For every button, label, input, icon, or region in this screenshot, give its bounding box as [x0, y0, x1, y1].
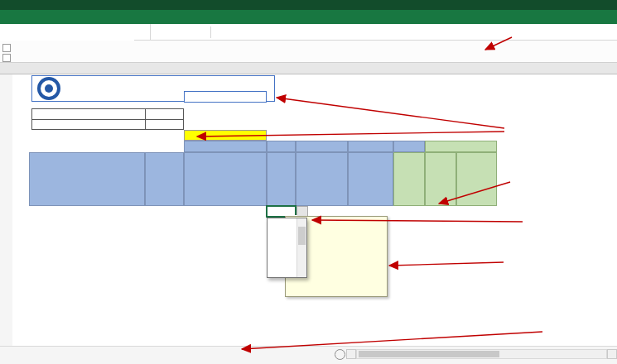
group-header-contact	[296, 141, 348, 152]
group-header-blank	[393, 141, 425, 152]
outline-corner-box	[2, 44, 11, 52]
outline-strip	[0, 41, 617, 62]
ribbon-tab-strip	[0, 10, 617, 24]
search-button[interactable]	[184, 130, 267, 141]
hscroll-right-icon[interactable]	[607, 349, 617, 359]
cancel-icon[interactable]	[157, 24, 172, 41]
outline-corner-box	[2, 54, 11, 62]
column-header-naics	[184, 152, 267, 206]
column-header-own-assigned	[393, 152, 425, 206]
dropdown-scrollbar[interactable]	[296, 218, 306, 277]
column-header-employer-id	[145, 152, 184, 206]
scroll-thumb[interactable]	[298, 227, 306, 245]
column-header-company-name	[29, 152, 145, 206]
group-header-industry	[184, 141, 267, 152]
period-value-cell[interactable]	[184, 91, 267, 103]
name-box-dropdown-icon[interactable]	[134, 24, 151, 41]
new-sheet-button[interactable]	[335, 349, 345, 360]
column-header-hispanic-2	[456, 152, 497, 206]
excel-window	[0, 0, 617, 364]
state-dropdown-list[interactable]	[267, 218, 307, 278]
scroll-down-icon[interactable]	[297, 270, 306, 277]
column-header-established	[348, 152, 393, 206]
sba-logo	[37, 77, 60, 100]
titlebar	[0, 0, 617, 10]
enter-icon[interactable]	[176, 24, 190, 41]
horizontal-scrollbar[interactable]	[356, 349, 607, 359]
licensee-block-divider-h	[31, 119, 184, 120]
name-box[interactable]	[0, 24, 134, 41]
column-header-state	[267, 152, 296, 206]
group-header-location	[267, 141, 296, 152]
group-header-other	[348, 141, 393, 152]
hscroll-left-icon[interactable]	[346, 349, 356, 359]
column-header-email	[296, 152, 348, 206]
column-header-strip	[0, 62, 617, 74]
group-header-race	[425, 141, 497, 152]
hscroll-thumb[interactable]	[359, 351, 499, 357]
outline-gutter	[0, 74, 12, 346]
scroll-up-icon[interactable]	[297, 218, 306, 226]
formula-bar-separator	[210, 26, 211, 38]
column-header-hispanic-1	[425, 152, 456, 206]
insert-function-icon[interactable]	[194, 24, 209, 41]
